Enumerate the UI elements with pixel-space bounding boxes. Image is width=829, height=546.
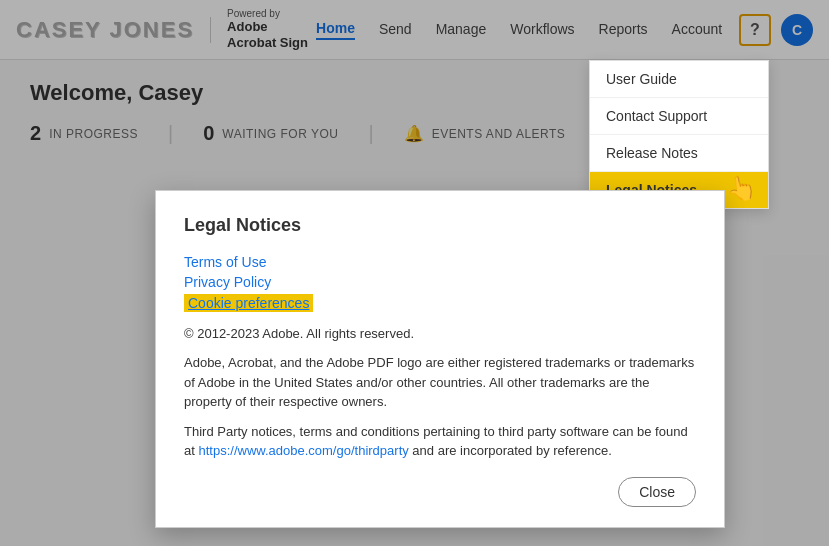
modal-body-text-2: Third Party notices, terms and condition… (184, 422, 696, 461)
close-button[interactable]: Close (618, 477, 696, 507)
modal-copyright: © 2012-2023 Adobe. All rights reserved. (184, 326, 696, 341)
modal-body2-suffix: and are incorporated by reference. (409, 443, 612, 458)
cookie-preferences-link[interactable]: Cookie preferences (184, 294, 313, 312)
legal-notices-modal: Legal Notices Terms of Use Privacy Polic… (155, 190, 725, 528)
terms-of-use-link[interactable]: Terms of Use (184, 254, 696, 270)
third-party-link[interactable]: https://www.adobe.com/go/thirdparty (198, 443, 408, 458)
modal-footer: Close (184, 477, 696, 507)
modal-title: Legal Notices (184, 215, 696, 236)
dropdown-item-contact-support[interactable]: Contact Support (590, 98, 768, 135)
cursor-indicator: 👆 (724, 173, 758, 206)
modal-body-text-1: Adobe, Acrobat, and the Adobe PDF logo a… (184, 353, 696, 412)
dropdown-item-user-guide[interactable]: User Guide (590, 61, 768, 98)
privacy-policy-link[interactable]: Privacy Policy (184, 274, 696, 290)
modal-links: Terms of Use Privacy Policy Cookie prefe… (184, 254, 696, 316)
dropdown-item-release-notes[interactable]: Release Notes (590, 135, 768, 172)
